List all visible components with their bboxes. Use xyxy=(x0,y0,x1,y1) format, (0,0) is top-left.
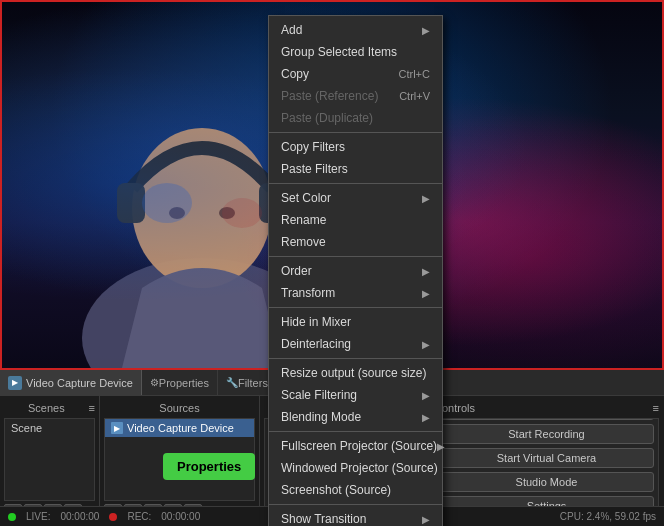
menu-item-order[interactable]: Order ▶ xyxy=(269,260,442,282)
submenu-arrow-add: ▶ xyxy=(422,25,430,36)
menu-item-paste-dup[interactable]: Paste (Duplicate) xyxy=(269,107,442,129)
controls-header: Controls ≡ xyxy=(434,400,659,416)
svg-point-6 xyxy=(142,183,192,223)
studio-mode-btn[interactable]: Studio Mode xyxy=(439,472,654,492)
settings-icon-small: ⚙ xyxy=(150,377,159,388)
separator-2 xyxy=(269,183,442,184)
properties-popup-btn[interactable]: Properties xyxy=(163,453,255,480)
separator-5 xyxy=(269,358,442,359)
menu-item-show-transition[interactable]: Show Transition ▶ xyxy=(269,508,442,526)
rec-indicator xyxy=(109,513,117,521)
menu-item-paste-ref[interactable]: Paste (Reference) Ctrl+V xyxy=(269,85,442,107)
menu-item-resize[interactable]: Resize output (source size) xyxy=(269,362,442,384)
submenu-arrow-fullscreen: ▶ xyxy=(437,441,445,452)
rec-label: REC: xyxy=(127,511,151,522)
paste-ref-shortcut: Ctrl+V xyxy=(399,90,430,102)
menu-item-hide-mixer[interactable]: Hide in Mixer xyxy=(269,311,442,333)
cpu-stats: CPU: 2.4%, 59.02 fps xyxy=(560,511,656,522)
start-streaming-btn[interactable]: Start Streaming xyxy=(439,418,654,420)
live-time: 00:00:00 xyxy=(60,511,99,522)
filters-label: Filters xyxy=(238,377,268,389)
tab-label: Video Capture Device xyxy=(26,377,133,389)
menu-item-deinterlacing[interactable]: Deinterlacing ▶ xyxy=(269,333,442,355)
submenu-arrow-scale: ▶ xyxy=(422,390,430,401)
scenes-header: Scenes ≡ xyxy=(4,400,95,416)
video-capture-tab[interactable]: ▶ Video Capture Device xyxy=(0,370,142,395)
source-video-icon: ▶ xyxy=(111,422,123,434)
menu-item-scale-filtering[interactable]: Scale Filtering ▶ xyxy=(269,384,442,406)
menu-item-screenshot[interactable]: Screenshot (Source) xyxy=(269,479,442,501)
menu-item-remove[interactable]: Remove xyxy=(269,231,442,253)
submenu-arrow-order: ▶ xyxy=(422,266,430,277)
separator-6 xyxy=(269,431,442,432)
menu-item-group[interactable]: Group Selected Items xyxy=(269,41,442,63)
submenu-arrow-deinterlace: ▶ xyxy=(422,339,430,350)
filters-icon: 🔧 xyxy=(226,377,238,388)
properties-tab-btn[interactable]: ⚙ Properties xyxy=(142,370,218,395)
start-recording-btn[interactable]: Start Recording xyxy=(439,424,654,444)
menu-item-transform[interactable]: Transform ▶ xyxy=(269,282,442,304)
scene-item[interactable]: Scene xyxy=(5,419,94,437)
svg-rect-2 xyxy=(117,183,145,223)
start-virtual-camera-btn[interactable]: Start Virtual Camera xyxy=(439,448,654,468)
menu-item-blending[interactable]: Blending Mode ▶ xyxy=(269,406,442,428)
sources-header: Sources xyxy=(104,400,255,416)
scenes-list: Scene xyxy=(4,418,95,501)
menu-item-paste-filters[interactable]: Paste Filters xyxy=(269,158,442,180)
menu-item-rename[interactable]: Rename xyxy=(269,209,442,231)
svg-point-7 xyxy=(222,198,262,228)
menu-item-add[interactable]: Add ▶ xyxy=(269,19,442,41)
menu-item-fullscreen[interactable]: Fullscreen Projector (Source) ▶ xyxy=(269,435,442,457)
copy-shortcut: Ctrl+C xyxy=(399,68,430,80)
source-item-video[interactable]: ▶ Video Capture Device xyxy=(105,419,254,437)
menu-item-windowed[interactable]: Windowed Projector (Source) xyxy=(269,457,442,479)
submenu-arrow-color: ▶ xyxy=(422,193,430,204)
submenu-arrow-transform: ▶ xyxy=(422,288,430,299)
live-label: LIVE: xyxy=(26,511,50,522)
separator-7 xyxy=(269,504,442,505)
context-menu: Add ▶ Group Selected Items Copy Ctrl+C P… xyxy=(268,15,443,526)
submenu-arrow-blend: ▶ xyxy=(422,412,430,423)
menu-item-copy-filters[interactable]: Copy Filters xyxy=(269,136,442,158)
controls-menu-icon[interactable]: ≡ xyxy=(653,402,659,414)
properties-label: Properties xyxy=(159,377,209,389)
video-capture-icon: ▶ xyxy=(8,376,22,390)
scenes-menu-icon[interactable]: ≡ xyxy=(89,402,95,414)
menu-item-set-color[interactable]: Set Color ▶ xyxy=(269,187,442,209)
separator-4 xyxy=(269,307,442,308)
rec-time: 00:00:00 xyxy=(161,511,200,522)
live-indicator xyxy=(8,513,16,521)
separator-1 xyxy=(269,132,442,133)
menu-item-copy[interactable]: Copy Ctrl+C xyxy=(269,63,442,85)
submenu-arrow-show-trans: ▶ xyxy=(422,514,430,525)
separator-3 xyxy=(269,256,442,257)
